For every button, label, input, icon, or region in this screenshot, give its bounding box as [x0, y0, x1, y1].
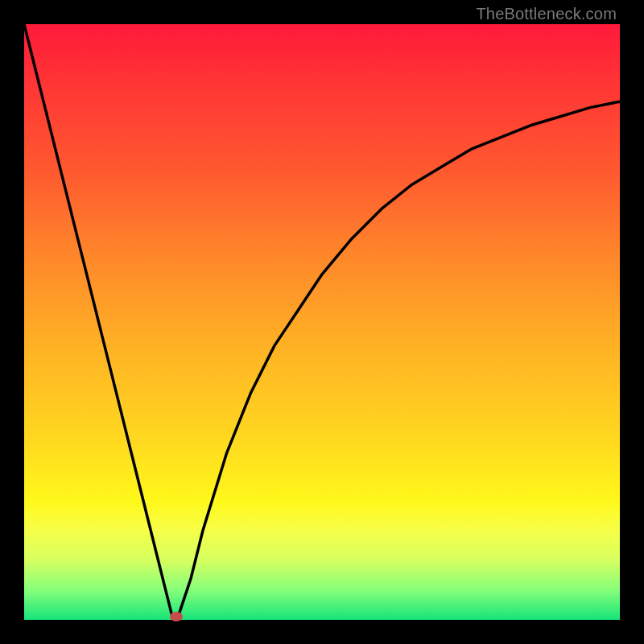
watermark-text: TheBottleneck.com — [476, 5, 617, 23]
plot-area — [24, 24, 620, 620]
chart-frame: TheBottleneck.com — [0, 0, 644, 644]
curve-path — [24, 24, 620, 620]
optimal-point-marker — [170, 612, 183, 621]
bottleneck-curve — [24, 24, 620, 620]
